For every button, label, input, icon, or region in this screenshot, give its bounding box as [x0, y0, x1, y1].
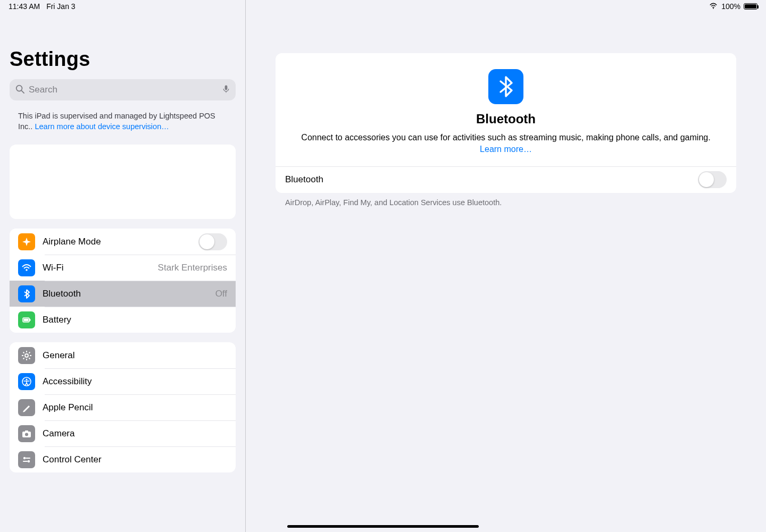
supervision-notice: This iPad is supervised and managed by L… — [0, 106, 245, 135]
detail-title: Bluetooth — [292, 112, 720, 126]
battery-icon — [744, 3, 757, 10]
sidebar-item-camera[interactable]: Camera — [10, 420, 236, 446]
airplane-icon — [18, 233, 35, 250]
access-icon — [18, 373, 35, 390]
mic-icon[interactable] — [222, 83, 230, 96]
battery-icon — [18, 311, 35, 328]
sidebar-item-value: Off — [215, 289, 227, 299]
bluetooth-icon — [18, 285, 35, 302]
sidebar-item-apple-pencil[interactable]: Apple Pencil — [10, 394, 236, 420]
bluetooth-footnote: AirDrop, AirPlay, Find My, and Location … — [276, 193, 736, 212]
sidebar-group-general: GeneralAccessibilityApple PencilCameraCo… — [10, 342, 236, 472]
sidebar-item-label: Battery — [43, 315, 227, 325]
sidebar-group-connectivity: Airplane ModeWi-FiStark EnterprisesBluet… — [10, 229, 236, 333]
learn-more-link[interactable]: Learn more… — [480, 145, 532, 154]
sidebar-item-label: Camera — [43, 428, 227, 439]
sidebar-item-value: Stark Enterprises — [158, 263, 227, 273]
switches-icon — [18, 451, 35, 468]
bluetooth-card: Bluetooth Connect to accessories you can… — [276, 53, 736, 193]
sidebar-item-label: Control Center — [43, 454, 227, 465]
sidebar: Settings This iPad is supervised and man… — [0, 0, 246, 532]
account-card-placeholder[interactable] — [10, 145, 236, 219]
pencil-icon — [18, 399, 35, 416]
status-bar: 11:43 AM Fri Jan 3 100% — [0, 0, 766, 13]
detail-pane: Bluetooth Connect to accessories you can… — [246, 0, 766, 532]
home-indicator[interactable] — [287, 525, 479, 528]
sidebar-item-wi-fi[interactable]: Wi-FiStark Enterprises — [10, 255, 236, 281]
bluetooth-toggle[interactable] — [698, 171, 727, 188]
bluetooth-toggle-row[interactable]: Bluetooth — [276, 166, 736, 193]
sidebar-item-label: Bluetooth — [43, 289, 208, 299]
bluetooth-icon — [488, 69, 523, 104]
sidebar-item-label: General — [43, 350, 227, 361]
search-icon — [15, 84, 24, 96]
page-title: Settings — [0, 32, 245, 76]
sidebar-item-label: Accessibility — [43, 376, 227, 387]
supervision-link[interactable]: Learn more about device supervision… — [35, 122, 169, 131]
wifi-icon — [18, 259, 35, 276]
battery-percent: 100% — [721, 2, 740, 11]
search-input[interactable] — [29, 85, 218, 95]
sidebar-item-accessibility[interactable]: Accessibility — [10, 368, 236, 394]
bluetooth-toggle-label: Bluetooth — [285, 174, 698, 185]
sidebar-item-airplane-mode[interactable]: Airplane Mode — [10, 229, 236, 255]
sidebar-item-label: Airplane Mode — [43, 237, 191, 247]
sidebar-item-general[interactable]: General — [10, 342, 236, 368]
airplane-mode-toggle[interactable] — [198, 233, 227, 250]
search-field[interactable] — [10, 79, 236, 100]
status-date: Fri Jan 3 — [46, 2, 75, 11]
camera-icon — [18, 425, 35, 442]
sidebar-item-label: Wi-Fi — [43, 263, 151, 273]
sidebar-item-label: Apple Pencil — [43, 402, 227, 413]
sidebar-item-battery[interactable]: Battery — [10, 307, 236, 333]
status-time: 11:43 AM — [9, 2, 40, 11]
wifi-status-icon — [709, 2, 718, 11]
sidebar-item-bluetooth[interactable]: BluetoothOff — [10, 281, 236, 307]
detail-subtitle: Connect to accessories you can use for a… — [292, 132, 720, 156]
gear-icon — [18, 347, 35, 364]
sidebar-item-control-center[interactable]: Control Center — [10, 446, 236, 472]
